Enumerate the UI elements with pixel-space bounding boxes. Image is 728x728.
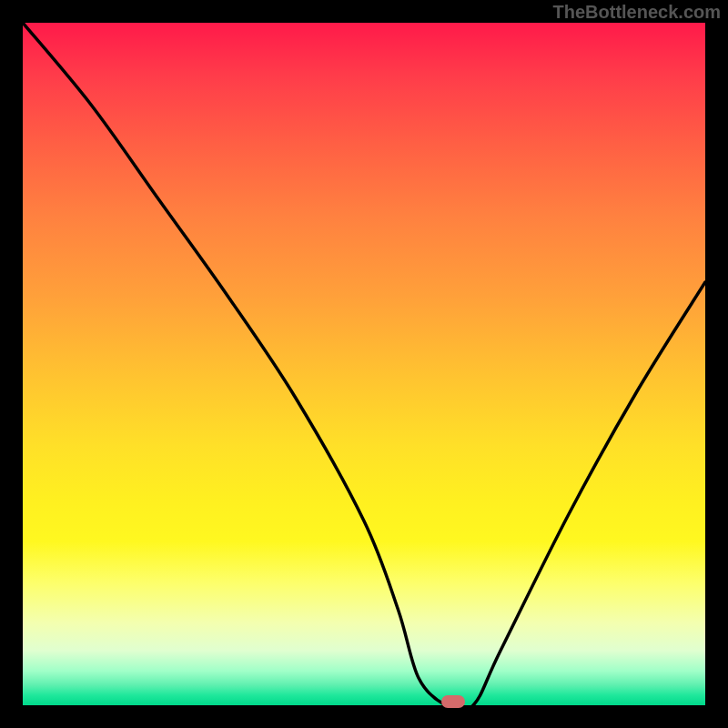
bottleneck-curve xyxy=(23,23,705,705)
attribution-label: TheBottleneck.com xyxy=(553,2,721,23)
chart-frame: TheBottleneck.com xyxy=(0,0,728,728)
curve-layer xyxy=(23,23,705,705)
optimal-marker xyxy=(441,695,465,708)
plot-area xyxy=(23,23,705,705)
